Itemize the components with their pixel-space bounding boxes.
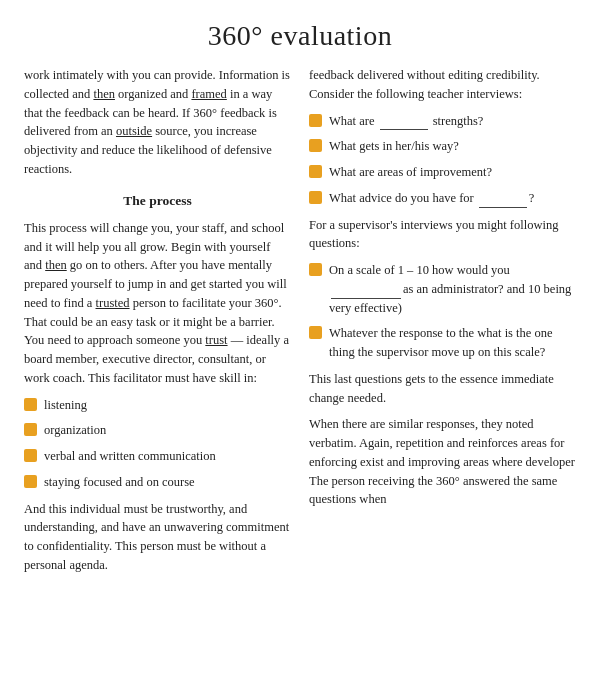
bullet-icon — [309, 165, 322, 178]
page: 360° evaluation work intimately with you… — [0, 0, 600, 700]
left-intro: work intimately with you can provide. In… — [24, 66, 291, 179]
list-item: What gets in her/his way? — [309, 137, 576, 156]
list-item: organization — [24, 421, 291, 440]
list-item: What advice do you have for ? — [309, 189, 576, 208]
list-item: listening — [24, 396, 291, 415]
bullet-icon — [24, 475, 37, 488]
bullet-label: listening — [44, 396, 87, 415]
bullet-label: What are areas of improvement? — [329, 163, 492, 182]
bullet-label: What gets in her/his way? — [329, 137, 459, 156]
supervisor-list: On a scale of 1 – 10 how would you as an… — [309, 261, 576, 362]
bullet-icon — [309, 139, 322, 152]
page-title: 360° evaluation — [24, 20, 576, 52]
right-intro: feedback delivered without editing credi… — [309, 66, 576, 104]
list-item: verbal and written communication — [24, 447, 291, 466]
bullet-icon — [24, 449, 37, 462]
interview-list: What are strengths? What gets in her/his… — [309, 112, 576, 208]
list-item: What are strengths? — [309, 112, 576, 131]
bullet-label: What are strengths? — [329, 112, 483, 131]
two-column-layout: work intimately with you can provide. In… — [24, 66, 576, 583]
closing-text: And this individual must be trustworthy,… — [24, 500, 291, 575]
skills-list: listening organization verbal and writte… — [24, 396, 291, 492]
bullet-label: organization — [44, 421, 106, 440]
bullet-label: Whatever the response to the what is the… — [329, 324, 576, 362]
list-item: Whatever the response to the what is the… — [309, 324, 576, 362]
supervisor-text: For a supervisor's interviews you might … — [309, 216, 576, 254]
list-item: staying focused and on course — [24, 473, 291, 492]
bullet-label: staying focused and on course — [44, 473, 195, 492]
bullet-icon — [309, 191, 322, 204]
right-column: feedback delivered without editing credi… — [309, 66, 576, 583]
bullet-icon — [24, 398, 37, 411]
bullet-icon — [24, 423, 37, 436]
process-heading: The process — [24, 191, 291, 211]
last-question-text: This last questions gets to the essence … — [309, 370, 576, 408]
bullet-label: On a scale of 1 – 10 how would you as an… — [329, 261, 576, 317]
bullet-icon — [309, 326, 322, 339]
bullet-icon — [309, 114, 322, 127]
list-item: On a scale of 1 – 10 how would you as an… — [309, 261, 576, 317]
left-column: work intimately with you can provide. In… — [24, 66, 291, 583]
list-item: What are areas of improvement? — [309, 163, 576, 182]
bullet-label: What advice do you have for ? — [329, 189, 534, 208]
process-text: This process will change you, your staff… — [24, 219, 291, 388]
closing-text-right: When there are similar responses, they n… — [309, 415, 576, 509]
bullet-icon — [309, 263, 322, 276]
bullet-label: verbal and written communication — [44, 447, 216, 466]
